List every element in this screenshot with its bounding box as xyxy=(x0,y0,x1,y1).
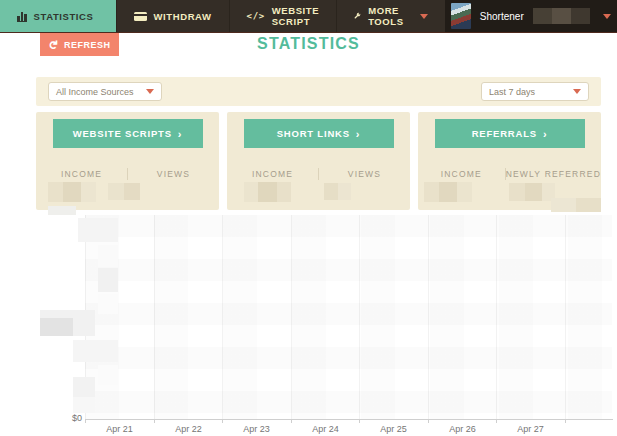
redacted-axis-label xyxy=(78,218,118,242)
redacted-value xyxy=(509,183,555,201)
x-axis-label: Apr 23 xyxy=(223,424,290,434)
redacted-axis-label xyxy=(98,294,118,314)
tab-website-script[interactable]: </> WEBSITE SCRIPT xyxy=(229,0,337,32)
website-scripts-button-label: WEBSITE SCRIPTS xyxy=(73,128,172,139)
redacted-axis-label xyxy=(73,340,118,362)
gridline xyxy=(154,215,155,419)
axis-tick xyxy=(565,419,566,423)
axis-tick xyxy=(359,419,360,423)
tab-withdraw-label: WITHDRAW xyxy=(154,11,212,22)
x-axis-label: Apr 24 xyxy=(292,424,359,434)
short-links-card: SHORT LINKS › INCOME VIEWS xyxy=(227,112,410,210)
column-headers: INCOME VIEWS xyxy=(36,168,219,180)
income-header: INCOME xyxy=(227,169,318,179)
axis-tick xyxy=(154,419,155,423)
redacted-value xyxy=(48,182,96,202)
website-scripts-card: WEBSITE SCRIPTS › INCOME VIEWS xyxy=(36,112,219,210)
gridline xyxy=(359,215,360,419)
redacted-axis-label xyxy=(98,245,118,267)
tab-website-script-label: WEBSITE SCRIPT xyxy=(272,5,319,27)
axis-tick xyxy=(496,419,497,423)
page-title: STATISTICS xyxy=(0,35,617,53)
redacted-value xyxy=(244,182,291,202)
redacted-value xyxy=(108,183,140,200)
referrals-button[interactable]: REFERRALS › xyxy=(435,119,585,148)
redacted-value xyxy=(551,198,601,212)
axis-tick xyxy=(428,419,429,423)
earnings-chart: $0 Apr 21 Apr 22 Apr 23 Apr 24 Apr 25 Ap… xyxy=(0,215,617,436)
views-header: VIEWS xyxy=(319,169,410,179)
chevron-down-icon xyxy=(420,14,428,19)
x-axis-label: Apr 22 xyxy=(155,424,222,434)
top-nav: STATISTICS WITHDRAW </> WEBSITE SCRIPT M… xyxy=(0,0,617,33)
redacted-axis-label xyxy=(98,365,118,385)
newly-referred-header: NEWLY REFERRED xyxy=(506,169,601,179)
credit-card-icon xyxy=(134,12,147,21)
redacted-axis-label xyxy=(73,397,95,413)
axis-tick xyxy=(85,419,86,423)
income-source-select[interactable]: All Income Sources xyxy=(48,82,162,101)
chevron-down-icon xyxy=(573,89,581,94)
axis-tick xyxy=(222,419,223,423)
wrench-icon xyxy=(354,10,361,22)
x-axis xyxy=(85,419,613,420)
short-links-button-label: SHORT LINKS xyxy=(277,128,350,139)
x-axis-label: Apr 21 xyxy=(86,424,153,434)
x-axis-label: Apr 27 xyxy=(497,424,564,434)
column-headers: INCOME NEWLY REFERRED xyxy=(418,168,601,180)
y-axis-label: $0 xyxy=(60,413,82,423)
referrals-card: REFERRALS › INCOME NEWLY REFERRED xyxy=(418,112,601,210)
x-axis-label: Apr 26 xyxy=(429,424,496,434)
statistics-page: STATISTICS WITHDRAW </> WEBSITE SCRIPT M… xyxy=(0,0,617,436)
redacted-axis-label xyxy=(73,377,95,398)
tab-statistics[interactable]: STATISTICS xyxy=(0,0,116,32)
views-header: VIEWS xyxy=(128,169,219,179)
gridline xyxy=(428,215,429,419)
redacted-value xyxy=(424,182,472,202)
redacted-axis-label xyxy=(98,268,118,292)
filter-bar: All Income Sources Last 7 days xyxy=(36,77,601,106)
avatar xyxy=(451,3,471,29)
column-headers: INCOME VIEWS xyxy=(227,168,410,180)
tab-more-tools[interactable]: MORE TOOLS xyxy=(336,0,445,32)
chevron-right-icon: › xyxy=(356,128,360,140)
website-scripts-button[interactable]: WEBSITE SCRIPTS › xyxy=(53,119,203,148)
gridline xyxy=(496,215,497,419)
redacted-account-name xyxy=(533,8,590,24)
gridline xyxy=(222,215,223,419)
referrals-button-label: REFERRALS xyxy=(472,128,537,139)
chevron-down-icon xyxy=(146,89,154,94)
date-range-value: Last 7 days xyxy=(489,87,535,97)
summary-cards: WEBSITE SCRIPTS › INCOME VIEWS SHORT LIN… xyxy=(36,112,601,210)
gridline xyxy=(565,215,566,419)
chart-plot-area xyxy=(85,215,612,419)
axis-tick xyxy=(291,419,292,423)
user-menu[interactable]: Shortener xyxy=(445,0,617,32)
redacted-axis-label xyxy=(48,206,76,215)
chevron-right-icon: › xyxy=(543,128,547,140)
tab-statistics-label: STATISTICS xyxy=(34,11,94,22)
redacted-value xyxy=(324,183,351,200)
redacted-axis-label xyxy=(40,318,73,336)
tab-withdraw[interactable]: WITHDRAW xyxy=(116,0,229,32)
chevron-right-icon: › xyxy=(178,128,182,140)
username: Shortener xyxy=(480,11,524,22)
tab-more-tools-label: MORE TOOLS xyxy=(368,5,409,27)
short-links-button[interactable]: SHORT LINKS › xyxy=(244,119,394,148)
income-header: INCOME xyxy=(418,169,505,179)
x-axis-label: Apr 25 xyxy=(360,424,427,434)
income-header: INCOME xyxy=(36,169,127,179)
income-source-value: All Income Sources xyxy=(56,87,134,97)
date-range-select[interactable]: Last 7 days xyxy=(481,82,589,101)
code-icon: </> xyxy=(247,11,265,21)
gridline xyxy=(291,215,292,419)
bar-chart-icon xyxy=(17,11,27,22)
chevron-down-icon xyxy=(603,14,611,19)
